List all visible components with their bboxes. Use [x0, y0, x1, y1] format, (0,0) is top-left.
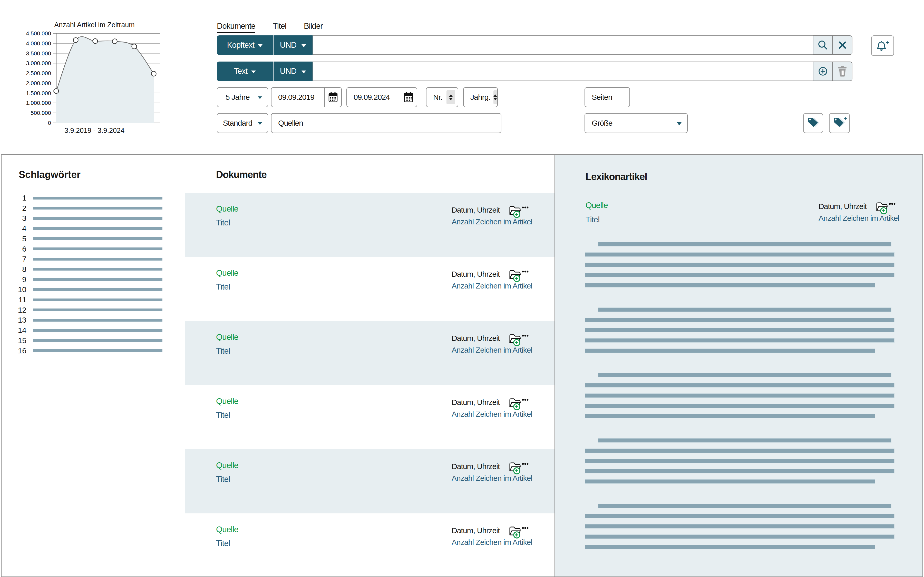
size-select-arrow[interactable]: [671, 121, 687, 126]
keyword-bar[interactable]: [33, 258, 162, 261]
document-source-link[interactable]: Quelle: [216, 332, 238, 342]
add-search-row-button[interactable]: [813, 61, 832, 81]
clear-search-button[interactable]: [832, 35, 853, 55]
date-to-calendar-button[interactable]: [400, 92, 417, 103]
folder-plus-icon[interactable]: [508, 396, 521, 411]
keyword-bar[interactable]: [33, 349, 162, 352]
keyword-bar[interactable]: [33, 278, 162, 281]
tab-dokumente[interactable]: Dokumente: [217, 21, 255, 33]
stepper-icon[interactable]: [446, 90, 455, 105]
text-line-skeleton: [585, 459, 895, 463]
document-datetime: Datum, Uhrzeit: [452, 270, 499, 279]
field-select-kopftext[interactable]: Kopftext: [217, 35, 273, 55]
keyword-bar[interactable]: [33, 268, 162, 271]
document-title-link[interactable]: Titel: [216, 346, 230, 356]
keyword-bar[interactable]: [33, 247, 162, 250]
volume-stepper[interactable]: Jahrg.: [463, 87, 498, 107]
document-source-link[interactable]: Quelle: [216, 525, 238, 534]
tab-bilder[interactable]: Bilder: [304, 21, 323, 33]
document-char-count-link[interactable]: Anzahl Zeichen im Artikel: [452, 474, 532, 483]
document-char-count-link[interactable]: Anzahl Zeichen im Artikel: [452, 346, 532, 355]
lexicon-char-count-link[interactable]: Anzahl Zeichen im Artikel: [819, 214, 899, 222]
tab-titel[interactable]: Titel: [273, 21, 286, 33]
tag-icon: [807, 117, 819, 129]
keyword-rank: 14: [9, 326, 26, 335]
document-row: QuelleTitelDatum, UhrzeitAnzahl Zeichen …: [185, 257, 554, 321]
document-source-link[interactable]: Quelle: [216, 268, 238, 278]
ranking-select[interactable]: Standard: [217, 113, 268, 133]
text-line-skeleton: [585, 273, 895, 277]
keyword-bar[interactable]: [33, 308, 162, 311]
folder-plus-icon[interactable]: [508, 525, 521, 539]
keyword-item: 13: [2, 316, 185, 325]
operator-select-und-2[interactable]: UND: [273, 61, 313, 81]
delete-search-row-button[interactable]: [832, 61, 853, 81]
stepper-icon[interactable]: [493, 90, 497, 105]
pages-input[interactable]: Seiten: [585, 87, 630, 107]
more-icon[interactable]: [522, 525, 528, 532]
close-icon: [837, 40, 848, 50]
keyword-bar[interactable]: [33, 319, 162, 322]
headtext-search-input[interactable]: [313, 35, 813, 55]
svg-text:4.000.000: 4.000.000: [26, 40, 51, 47]
create-alert-button[interactable]: [871, 35, 894, 56]
period-select[interactable]: 5 Jahre: [217, 87, 268, 107]
keyword-bar[interactable]: [33, 298, 162, 301]
keyword-item: 3: [2, 214, 185, 223]
result-type-tabs: Dokumente Titel Bilder: [217, 21, 323, 33]
document-title-link[interactable]: Titel: [216, 218, 230, 227]
document-char-count-link[interactable]: Anzahl Zeichen im Artikel: [452, 538, 532, 547]
document-title-link[interactable]: Titel: [216, 410, 230, 420]
arrow-down-icon: [493, 98, 497, 100]
folder-plus-icon[interactable]: [875, 201, 888, 215]
tag-button[interactable]: [803, 113, 823, 133]
document-source-link[interactable]: Quelle: [216, 204, 238, 214]
document-title-link[interactable]: Titel: [216, 282, 230, 292]
document-char-count-link[interactable]: Anzahl Zeichen im Artikel: [452, 282, 532, 290]
document-source-link[interactable]: Quelle: [216, 461, 238, 470]
date-to-input[interactable]: 09.09.2024: [346, 87, 417, 107]
size-select[interactable]: Größe: [585, 113, 688, 133]
keyword-bar[interactable]: [33, 217, 162, 220]
document-source-link[interactable]: Quelle: [216, 396, 238, 406]
more-icon[interactable]: [522, 268, 528, 276]
more-icon[interactable]: [522, 461, 528, 468]
keyword-rank: 1: [9, 193, 26, 202]
lexicon-title-link[interactable]: Titel: [586, 215, 599, 224]
documents-panel-title: Dokumente: [216, 169, 267, 180]
search-button[interactable]: [813, 35, 832, 55]
text-line-skeleton: [585, 479, 875, 484]
keyword-bar[interactable]: [33, 288, 162, 291]
keyword-rank: 15: [9, 336, 26, 345]
operator-select-und-1[interactable]: UND: [273, 35, 313, 55]
issue-number-stepper[interactable]: Nr.: [426, 87, 458, 107]
folder-plus-icon[interactable]: [508, 461, 521, 475]
more-icon[interactable]: [522, 396, 528, 404]
date-from-calendar-button[interactable]: [325, 92, 341, 103]
document-char-count-link[interactable]: Anzahl Zeichen im Artikel: [452, 410, 532, 419]
keyword-bar[interactable]: [33, 227, 162, 230]
more-icon[interactable]: [522, 332, 528, 340]
fulltext-search-input[interactable]: [313, 61, 813, 81]
keyword-bar[interactable]: [33, 197, 162, 200]
keyword-bar[interactable]: [33, 339, 162, 342]
more-icon[interactable]: [889, 201, 895, 208]
document-title-link[interactable]: Titel: [216, 474, 230, 484]
field-select-text[interactable]: Text: [217, 61, 273, 81]
keyword-bar[interactable]: [33, 329, 162, 332]
more-icon[interactable]: [522, 204, 528, 212]
folder-plus-icon[interactable]: [508, 268, 521, 283]
search-row-fulltext: Text UND: [217, 61, 853, 81]
keyword-bar[interactable]: [33, 237, 162, 240]
keyword-rank: 9: [9, 275, 26, 284]
document-char-count-link[interactable]: Anzahl Zeichen im Artikel: [452, 218, 532, 226]
date-from-input[interactable]: 09.09.2019: [271, 87, 342, 107]
folder-plus-icon[interactable]: [508, 332, 521, 347]
folder-plus-icon[interactable]: [508, 204, 521, 219]
document-title-link[interactable]: Titel: [216, 538, 230, 548]
text-line-skeleton: [598, 242, 892, 247]
tag-add-button[interactable]: [829, 113, 850, 133]
lexicon-source-link[interactable]: Quelle: [586, 201, 608, 210]
keyword-bar[interactable]: [33, 207, 162, 210]
sources-input[interactable]: Quellen: [271, 113, 501, 133]
